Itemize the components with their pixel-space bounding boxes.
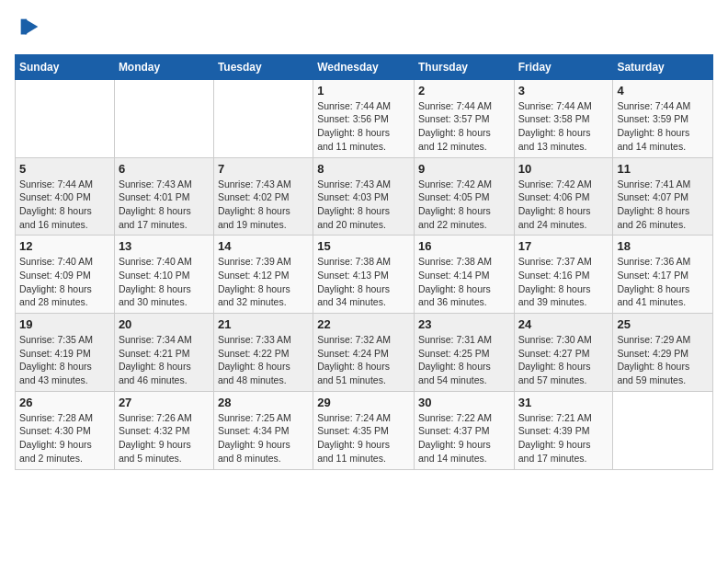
svg-marker-0 — [25, 19, 38, 35]
day-info: Sunrise: 7:43 AM Sunset: 4:03 PM Dayligh… — [317, 178, 410, 232]
day-number: 30 — [418, 396, 510, 409]
day-number: 28 — [218, 396, 309, 409]
day-number: 18 — [617, 239, 709, 253]
day-info: Sunrise: 7:37 AM Sunset: 4:16 PM Dayligh… — [518, 255, 609, 309]
day-info: Sunrise: 7:32 AM Sunset: 4:24 PM Dayligh… — [317, 333, 410, 387]
day-info: Sunrise: 7:30 AM Sunset: 4:27 PM Dayligh… — [518, 333, 609, 387]
day-number: 12 — [19, 239, 110, 253]
weekday-header: Wednesday — [313, 54, 415, 79]
calendar-cell: 26Sunrise: 7:28 AM Sunset: 4:30 PM Dayli… — [16, 391, 115, 469]
calendar-week-row: 5Sunrise: 7:44 AM Sunset: 4:00 PM Daylig… — [16, 157, 713, 236]
calendar-cell: 25Sunrise: 7:29 AM Sunset: 4:29 PM Dayli… — [613, 314, 713, 392]
logo-icon — [17, 15, 42, 40]
weekday-header: Tuesday — [213, 54, 313, 79]
day-info: Sunrise: 7:33 AM Sunset: 4:22 PM Dayligh… — [218, 333, 309, 387]
day-number: 26 — [19, 396, 110, 409]
calendar-cell: 22Sunrise: 7:32 AM Sunset: 4:24 PM Dayli… — [313, 314, 415, 392]
logo — [15, 15, 42, 45]
weekday-header: Saturday — [613, 54, 713, 79]
day-number: 23 — [418, 317, 510, 331]
calendar-cell: 9Sunrise: 7:42 AM Sunset: 4:05 PM Daylig… — [414, 157, 514, 236]
calendar-week-row: 19Sunrise: 7:35 AM Sunset: 4:19 PM Dayli… — [16, 314, 713, 392]
calendar-cell: 7Sunrise: 7:43 AM Sunset: 4:02 PM Daylig… — [213, 157, 313, 236]
day-number: 10 — [518, 162, 609, 176]
day-info: Sunrise: 7:36 AM Sunset: 4:17 PM Dayligh… — [617, 255, 709, 309]
calendar-cell: 23Sunrise: 7:31 AM Sunset: 4:25 PM Dayli… — [414, 314, 514, 392]
day-number: 16 — [418, 239, 510, 253]
day-info: Sunrise: 7:26 AM Sunset: 4:32 PM Dayligh… — [119, 411, 210, 465]
day-number: 15 — [317, 239, 410, 253]
day-number: 31 — [518, 396, 609, 409]
weekday-header: Friday — [514, 54, 613, 79]
day-number: 4 — [617, 84, 709, 98]
day-info: Sunrise: 7:44 AM Sunset: 3:58 PM Dayligh… — [518, 99, 609, 154]
day-info: Sunrise: 7:31 AM Sunset: 4:25 PM Dayligh… — [418, 333, 510, 387]
day-info: Sunrise: 7:40 AM Sunset: 4:09 PM Dayligh… — [19, 255, 110, 309]
calendar-cell: 31Sunrise: 7:21 AM Sunset: 4:39 PM Dayli… — [514, 391, 613, 469]
day-number: 22 — [317, 317, 410, 331]
day-number: 17 — [518, 239, 609, 253]
day-number: 6 — [119, 162, 210, 176]
day-number: 7 — [218, 162, 309, 176]
calendar-cell: 27Sunrise: 7:26 AM Sunset: 4:32 PM Dayli… — [114, 391, 213, 469]
weekday-header: Thursday — [414, 54, 514, 79]
weekday-row: SundayMondayTuesdayWednesdayThursdayFrid… — [16, 54, 713, 79]
day-number: 21 — [218, 317, 309, 331]
svg-rect-1 — [21, 19, 28, 35]
calendar-cell: 3Sunrise: 7:44 AM Sunset: 3:58 PM Daylig… — [514, 79, 613, 157]
day-info: Sunrise: 7:38 AM Sunset: 4:14 PM Dayligh… — [418, 255, 510, 309]
day-number: 27 — [119, 396, 210, 409]
day-info: Sunrise: 7:44 AM Sunset: 3:56 PM Dayligh… — [317, 99, 410, 154]
calendar-cell — [114, 79, 213, 157]
day-info: Sunrise: 7:44 AM Sunset: 4:00 PM Dayligh… — [19, 178, 110, 232]
day-number: 8 — [317, 162, 410, 176]
calendar-cell: 1Sunrise: 7:44 AM Sunset: 3:56 PM Daylig… — [313, 79, 415, 157]
day-number: 1 — [317, 84, 410, 98]
calendar-cell: 2Sunrise: 7:44 AM Sunset: 3:57 PM Daylig… — [414, 79, 514, 157]
calendar-table: SundayMondayTuesdayWednesdayThursdayFrid… — [15, 54, 713, 470]
calendar-body: 1Sunrise: 7:44 AM Sunset: 3:56 PM Daylig… — [16, 79, 713, 469]
calendar-cell — [16, 79, 115, 157]
day-info: Sunrise: 7:43 AM Sunset: 4:02 PM Dayligh… — [218, 178, 309, 232]
weekday-header: Monday — [114, 54, 213, 79]
calendar-cell: 30Sunrise: 7:22 AM Sunset: 4:37 PM Dayli… — [414, 391, 514, 469]
day-info: Sunrise: 7:42 AM Sunset: 4:05 PM Dayligh… — [418, 178, 510, 232]
day-number: 3 — [518, 84, 609, 98]
day-info: Sunrise: 7:39 AM Sunset: 4:12 PM Dayligh… — [218, 255, 309, 309]
day-info: Sunrise: 7:21 AM Sunset: 4:39 PM Dayligh… — [518, 411, 609, 465]
page-header — [15, 15, 713, 45]
day-info: Sunrise: 7:38 AM Sunset: 4:13 PM Dayligh… — [317, 255, 410, 309]
day-info: Sunrise: 7:22 AM Sunset: 4:37 PM Dayligh… — [418, 411, 510, 465]
calendar-cell: 18Sunrise: 7:36 AM Sunset: 4:17 PM Dayli… — [613, 236, 713, 314]
calendar-cell: 20Sunrise: 7:34 AM Sunset: 4:21 PM Dayli… — [114, 314, 213, 392]
day-info: Sunrise: 7:42 AM Sunset: 4:06 PM Dayligh… — [518, 178, 609, 232]
calendar-cell: 8Sunrise: 7:43 AM Sunset: 4:03 PM Daylig… — [313, 157, 415, 236]
day-number: 13 — [119, 239, 210, 253]
day-number: 29 — [317, 396, 410, 409]
calendar-cell: 14Sunrise: 7:39 AM Sunset: 4:12 PM Dayli… — [213, 236, 313, 314]
calendar-cell: 11Sunrise: 7:41 AM Sunset: 4:07 PM Dayli… — [613, 157, 713, 236]
day-number: 5 — [19, 162, 110, 176]
calendar-cell: 12Sunrise: 7:40 AM Sunset: 4:09 PM Dayli… — [16, 236, 115, 314]
calendar-week-row: 1Sunrise: 7:44 AM Sunset: 3:56 PM Daylig… — [16, 79, 713, 157]
calendar-cell: 5Sunrise: 7:44 AM Sunset: 4:00 PM Daylig… — [16, 157, 115, 236]
calendar-cell — [613, 391, 713, 469]
day-number: 9 — [418, 162, 510, 176]
day-info: Sunrise: 7:44 AM Sunset: 3:59 PM Dayligh… — [617, 99, 709, 154]
day-info: Sunrise: 7:41 AM Sunset: 4:07 PM Dayligh… — [617, 178, 709, 232]
day-info: Sunrise: 7:35 AM Sunset: 4:19 PM Dayligh… — [19, 333, 110, 387]
day-number: 24 — [518, 317, 609, 331]
day-number: 19 — [19, 317, 110, 331]
calendar-cell: 15Sunrise: 7:38 AM Sunset: 4:13 PM Dayli… — [313, 236, 415, 314]
weekday-header: Sunday — [16, 54, 115, 79]
calendar-cell — [213, 79, 313, 157]
day-number: 2 — [418, 84, 510, 98]
day-number: 11 — [617, 162, 709, 176]
day-info: Sunrise: 7:44 AM Sunset: 3:57 PM Dayligh… — [418, 99, 510, 154]
calendar-cell: 10Sunrise: 7:42 AM Sunset: 4:06 PM Dayli… — [514, 157, 613, 236]
day-number: 20 — [119, 317, 210, 331]
day-info: Sunrise: 7:34 AM Sunset: 4:21 PM Dayligh… — [119, 333, 210, 387]
calendar-header: SundayMondayTuesdayWednesdayThursdayFrid… — [16, 54, 713, 79]
day-info: Sunrise: 7:25 AM Sunset: 4:34 PM Dayligh… — [218, 411, 309, 465]
calendar-cell: 17Sunrise: 7:37 AM Sunset: 4:16 PM Dayli… — [514, 236, 613, 314]
